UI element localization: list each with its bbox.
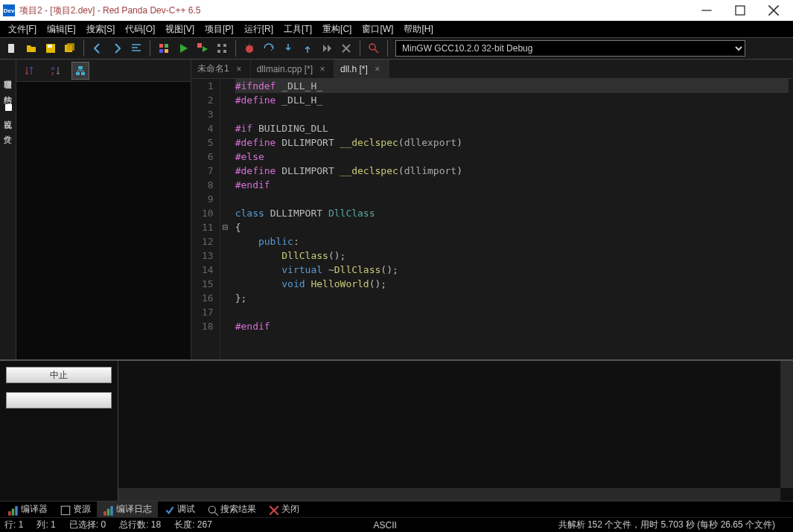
save-all-button[interactable]: [61, 39, 79, 57]
vertical-scrollbar[interactable]: [780, 361, 793, 488]
bottom-tabs: 编译器资源编译日志调试搜索结果关闭: [0, 501, 793, 517]
tab-icon: [7, 504, 18, 515]
step-into-button[interactable]: [279, 39, 297, 57]
code-editor[interactable]: 123456789101112131415161718 ⊟ #ifndef _D…: [191, 79, 793, 359]
svg-rect-36: [61, 506, 69, 514]
abort-button[interactable]: 中止: [6, 367, 112, 383]
svg-text:a: a: [51, 65, 54, 71]
svg-rect-35: [15, 506, 17, 516]
svg-rect-33: [8, 511, 10, 516]
step-over-button[interactable]: [260, 39, 278, 57]
svg-text:z: z: [51, 71, 54, 76]
svg-rect-14: [217, 44, 220, 47]
profile-button[interactable]: [365, 39, 383, 57]
inherit-view-button[interactable]: [71, 62, 89, 80]
open-file-button[interactable]: [22, 39, 40, 57]
left-tab-files[interactable]: 文件: [1, 121, 15, 136]
bottom-tab-2[interactable]: 编译日志: [97, 501, 158, 517]
tab-label: dll.h [*]: [340, 64, 368, 74]
menu-file[interactable]: 文件[F]: [3, 22, 42, 37]
window-title: 项目2 - [项目2.dev] - Red Panda Dev-C++ 6.5: [19, 4, 690, 17]
main-area: 项目管理 结构 监视 文件 az 未命名1 × dllmain.cpp [*] …: [0, 60, 793, 359]
bottom-tab-5[interactable]: 关闭: [262, 501, 305, 517]
file-tab[interactable]: 未命名1 ×: [191, 60, 251, 78]
window-controls: [690, 0, 790, 21]
close-icon[interactable]: ×: [234, 64, 244, 74]
compile-run-button[interactable]: [194, 39, 211, 57]
status-total-lines: 总行数: 18: [119, 519, 161, 531]
close-icon[interactable]: ×: [372, 64, 383, 74]
compiler-select[interactable]: MinGW GCC10.2.0 32-bit Debug: [395, 40, 745, 57]
minimize-button[interactable]: [690, 0, 723, 21]
editor-area: 未命名1 × dllmain.cpp [*] × dll.h [*] × 123…: [191, 60, 793, 359]
rebuild-button[interactable]: [213, 39, 231, 57]
left-tab-project[interactable]: 项目管理: [1, 67, 15, 82]
new-file-button[interactable]: [3, 39, 21, 57]
run-button[interactable]: [174, 39, 192, 57]
back-button[interactable]: [89, 39, 106, 57]
svg-rect-11: [159, 49, 163, 53]
stop-debug-button[interactable]: [337, 39, 355, 57]
sort-type-button[interactable]: [21, 62, 39, 80]
menu-bar: 文件[F] 编辑[E] 搜索[S] 代码[O] 视图[V] 项目[P] 运行[R…: [0, 21, 793, 37]
svg-rect-1: [736, 6, 745, 15]
menu-edit[interactable]: 编辑[E]: [42, 22, 81, 37]
toolbar-separator: [150, 40, 150, 57]
svg-rect-38: [107, 508, 109, 515]
line-gutter: 123456789101112131415161718: [191, 79, 220, 359]
svg-rect-8: [67, 43, 74, 51]
menu-project[interactable]: 项目[P]: [200, 22, 239, 37]
svg-rect-9: [159, 44, 163, 48]
menu-window[interactable]: 窗口[W]: [357, 22, 398, 37]
fold-column: ⊟: [220, 79, 231, 359]
menu-view[interactable]: 视图[V]: [160, 22, 200, 37]
menu-run[interactable]: 运行[R]: [239, 22, 278, 37]
sort-alpha-button[interactable]: az: [46, 62, 64, 80]
menu-code[interactable]: 代码[O]: [120, 22, 160, 37]
menu-refactor[interactable]: 重构[C]: [317, 22, 357, 37]
svg-point-22: [369, 44, 375, 50]
output-side-buttons: 中止: [0, 361, 118, 501]
status-length: 长度: 267: [174, 519, 212, 531]
forward-button[interactable]: [108, 39, 126, 57]
left-tab-structure[interactable]: 结构: [1, 82, 15, 97]
menu-help[interactable]: 帮助[H]: [398, 22, 438, 37]
svg-rect-39: [110, 506, 112, 516]
bottom-tab-4[interactable]: 搜索结果: [201, 501, 262, 517]
file-tab[interactable]: dllmain.cpp [*] ×: [251, 60, 334, 78]
horizontal-scrollbar[interactable]: [118, 488, 780, 501]
tab-label: dllmain.cpp [*]: [257, 64, 313, 74]
toolbar: MinGW GCC10.2.0 32-bit Debug: [0, 37, 793, 60]
output-content[interactable]: [118, 361, 793, 501]
toolbar-separator: [387, 40, 388, 57]
tab-icon: [103, 504, 113, 515]
left-tab-watch[interactable]: 监视: [1, 97, 15, 121]
menu-tools[interactable]: 工具[T]: [278, 22, 317, 37]
code-content[interactable]: #ifndef _DLL_H_#define _DLL_H_#if BUILDI…: [231, 79, 793, 359]
maximize-button[interactable]: [723, 0, 757, 21]
step-out-button[interactable]: [299, 39, 316, 57]
bottom-tab-1[interactable]: 资源: [54, 501, 97, 517]
blank-button[interactable]: [6, 392, 112, 408]
bottom-tab-0[interactable]: 编译器: [1, 501, 54, 517]
close-button[interactable]: [757, 0, 790, 21]
left-vertical-tabs: 项目管理 结构 监视 文件: [0, 60, 16, 359]
tab-icon: [268, 504, 278, 515]
compile-button[interactable]: [155, 39, 173, 57]
bottom-tab-3[interactable]: 调试: [158, 501, 201, 517]
menu-search[interactable]: 搜索[S]: [81, 22, 121, 37]
side-panel-body: [16, 82, 191, 359]
status-bar: 行: 1 列: 1 已选择: 0 总行数: 18 长度: 267 ASCII 共…: [0, 517, 793, 532]
close-icon[interactable]: ×: [317, 64, 328, 74]
tab-icon: [164, 504, 174, 515]
app-icon: Dev: [3, 4, 15, 16]
continue-button[interactable]: [318, 39, 336, 57]
format-button[interactable]: [127, 39, 145, 57]
save-button[interactable]: [42, 39, 60, 57]
debug-button[interactable]: [241, 39, 258, 57]
toolbar-separator: [360, 40, 360, 57]
svg-line-41: [214, 512, 218, 516]
svg-rect-37: [103, 511, 106, 516]
fold-toggle-icon[interactable]: ⊟: [223, 222, 229, 233]
file-tab[interactable]: dll.h [*] ×: [334, 60, 389, 78]
